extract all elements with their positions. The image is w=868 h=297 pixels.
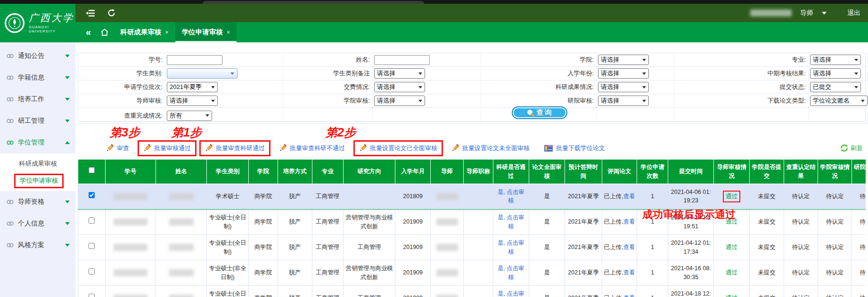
student-id-input[interactable] (167, 55, 222, 65)
batch-research-pass-button[interactable]: 第1步 批量审查科研通过 (199, 140, 270, 156)
main-content: 学号: 姓名: 学院: 请选择 专业: 请选择 学生类别: 学生类别备注 请选择… (75, 42, 868, 297)
sidebar-item-mentor-qualification[interactable]: 导师资格 (0, 191, 75, 213)
research-review-link[interactable]: 是, 点击审核 (498, 265, 524, 281)
cell-enroll: 201909 (395, 235, 430, 260)
logout-button[interactable]: 退出 (847, 9, 860, 17)
home-icon[interactable] (96, 28, 114, 36)
column-header: 学生类别 (207, 160, 248, 184)
research-review-link[interactable]: 是, 点击审核 (498, 214, 524, 230)
sidebar-item-training[interactable]: 培养工作 (0, 88, 75, 110)
row-checkbox[interactable] (89, 268, 95, 274)
cell-mentor (430, 260, 463, 286)
review-button[interactable]: 审查 (106, 144, 129, 153)
link-icon (7, 119, 14, 123)
refresh-list-button[interactable]: 刷新 (840, 144, 863, 153)
college-select[interactable]: 请选择 (598, 55, 649, 65)
grad-audit-label: 研院审核: (567, 96, 594, 105)
search-button[interactable]: 查询 (512, 106, 567, 119)
mentor-audit-select[interactable]: 请选择 (167, 96, 218, 106)
cell-college: 商学院 (248, 286, 278, 297)
select-all-checkbox[interactable] (89, 167, 95, 173)
tab-degree-review[interactable]: 学位申请审核 × (175, 22, 237, 42)
sidebar-item-degree-mgmt[interactable]: 学位管理 (0, 132, 75, 153)
table-row[interactable]: 学术硕士 商学院 脱产 工商管理 201809 是, 点击审核 是 2021年夏… (78, 184, 866, 209)
sidebar-item-degree-application-review[interactable]: 学位申请审核 (0, 172, 75, 189)
enroll-year-select[interactable]: 请选择 (598, 68, 649, 79)
grad-audit-select[interactable]: 请选择 (598, 96, 649, 106)
cell-submit-time: 2021-04-16 08:30:35 (668, 260, 714, 286)
batch-set-thesis-unreviewed-button[interactable]: 批量设置论文未全面审核 (451, 144, 530, 153)
cell-dup-result: 待认定 (784, 209, 818, 235)
redacted-student-id (114, 244, 147, 251)
submit-status-select[interactable]: 已提交 (810, 82, 861, 92)
tab-close-icon[interactable]: × (227, 29, 230, 36)
midterm-result-select[interactable]: 请选择 (810, 68, 861, 79)
sidebar-item-student-records[interactable]: 学籍信息 (0, 67, 75, 88)
user-role-label[interactable]: 导师 (800, 9, 813, 17)
midterm-result-label: 中期考核结果: (767, 69, 806, 78)
row-checkbox[interactable] (89, 294, 95, 297)
sidebar-toggle-icon[interactable] (86, 9, 95, 17)
cell-major: 工商管理 (312, 286, 343, 297)
tab-research-review[interactable]: 科研成果审核 × (114, 22, 175, 42)
sidebar-item-style-scheme[interactable]: 风格方案 (0, 234, 75, 256)
cell-dup-result: 待认定 (784, 286, 818, 297)
payment-select[interactable]: 请选择 (374, 82, 425, 92)
chevron-up-icon (65, 141, 70, 144)
sidebar-item-research-mgmt[interactable]: 研工管理 (0, 110, 75, 132)
submit-status-label: 提交状态: (779, 83, 806, 91)
cell-defense-time: 2021年夏季 (565, 209, 602, 235)
table-row[interactable]: 专业硕士(全日制) 商学院 脱产 工商管理 工商管理 201909 是, 点击审… (78, 235, 866, 260)
batch-set-thesis-reviewed-button[interactable]: 第2步 批量设置论文已全面审核 (353, 140, 443, 156)
dupcheck-select[interactable]: 所有 (167, 111, 212, 121)
student-type-note-select[interactable]: 请选择 (374, 68, 425, 79)
cell-category: 专业硕士(非全日制) (207, 260, 248, 286)
refresh-page-icon[interactable] (107, 9, 115, 17)
tab-close-icon[interactable]: × (165, 29, 169, 36)
cell-student-id (106, 209, 156, 235)
cell-enroll: 201909 (395, 260, 430, 286)
cell-review-thesis: 已上传,查看 (602, 260, 637, 286)
batch-approve-button[interactable]: 第3步 批量审核通过 (138, 140, 197, 156)
name-input[interactable] (374, 55, 430, 65)
row-checkbox[interactable] (89, 192, 95, 198)
sidebar-item-research-result-review[interactable]: 科研成果审核 (0, 155, 75, 172)
view-thesis-link[interactable]: 查看 (623, 295, 635, 297)
view-thesis-link[interactable]: 查看 (623, 193, 635, 200)
college-audit-select[interactable]: 请选择 (374, 96, 425, 106)
cell-college-status: 待认定 (818, 260, 852, 286)
link-icon (7, 243, 14, 248)
view-thesis-link[interactable]: 查看 (623, 269, 635, 276)
cell-student-id (106, 235, 156, 260)
major-select[interactable]: 请选择 (810, 55, 861, 65)
cell-select (78, 260, 106, 286)
research-review-link[interactable]: 是, 点击审核 (498, 290, 524, 297)
user-menu-caret-icon[interactable] (822, 12, 827, 15)
cell-college-submit: 未提交 (750, 260, 784, 286)
student-type-combo[interactable] (167, 68, 237, 79)
view-thesis-link[interactable]: 查看 (623, 218, 635, 225)
table-row[interactable]: 专业硕士(非全日制) 商学院 脱产 工商管理 营销管理与商业模式创新 20190… (78, 260, 866, 286)
cell-college: 商学院 (248, 209, 278, 235)
table-row[interactable]: 专业硕士(全日制) 商学院 脱产 工商管理 工商管理 201909 是, 点击审… (78, 286, 866, 297)
row-checkbox[interactable] (89, 217, 95, 224)
link-icon (7, 221, 14, 226)
thesis-type-label: 下载论文类型: (767, 96, 806, 105)
research-review-link[interactable]: 是, 点击审核 (498, 189, 524, 204)
collapse-tabs-icon[interactable]: « (81, 27, 96, 38)
chevron-down-icon (65, 55, 70, 57)
cell-dup-result: 待认定 (784, 260, 818, 286)
sidebar-item-notices[interactable]: 通知公告 (0, 45, 75, 67)
research-review-link[interactable]: 是, 点击审核 (498, 240, 524, 255)
degree-batch-select[interactable]: 2021年夏季 (167, 82, 218, 92)
table-row[interactable]: 专业硕士(全日制) 商学院 脱产 工商管理 营销管理与商业模式创新 201909… (78, 209, 866, 235)
thesis-type-select[interactable]: 学位论文匿名 (810, 96, 868, 106)
redacted-mentor (436, 218, 458, 225)
cell-mentor-title (464, 286, 493, 297)
view-thesis-link[interactable]: 查看 (623, 244, 635, 250)
sidebar-item-personal-info[interactable]: 个人信息 (0, 213, 75, 234)
research-result-select[interactable]: 请选择 (598, 82, 649, 92)
batch-download-thesis-button[interactable]: 批量下载学位论文 (544, 144, 605, 153)
batch-research-fail-button[interactable]: 批量审查科研不通过 (279, 144, 345, 153)
row-checkbox[interactable] (89, 243, 95, 249)
